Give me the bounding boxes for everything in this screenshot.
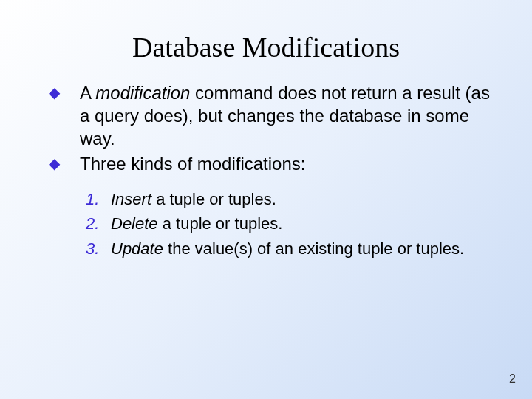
numbered-rest: the value(s) of an existing tuple or tup… [163,239,464,258]
page-number: 2 [509,372,516,386]
bullet-text-prefix: A [80,83,95,103]
slide-title: Database Modifications [0,0,532,81]
numbered-list: 1. Insert a tuple or tuples. 2. Delete a… [49,188,502,260]
numbered-italic-word: Update [111,239,163,258]
bullet-list: A modification command does not return a… [49,81,502,175]
item-number: 2. [86,213,99,235]
numbered-italic-word: Insert [111,190,151,208]
bullet-text-suffix: Three kinds of modifications: [80,154,305,174]
bullet-item: A modification command does not return a… [49,81,502,151]
item-number: 3. [86,238,99,260]
numbered-rest: a tuple or tuples. [151,190,276,208]
bullet-item: Three kinds of modifications: [49,152,502,175]
numbered-item: 2. Delete a tuple or tuples. [86,213,502,235]
bullet-italic-word: modification [95,83,190,103]
numbered-item: 1. Insert a tuple or tuples. [86,188,502,211]
item-number: 1. [86,188,99,211]
numbered-rest: a tuple or tuples. [158,214,283,233]
numbered-italic-word: Delete [111,214,158,233]
slide-content: A modification command does not return a… [0,81,532,260]
numbered-item: 3. Update the value(s) of an existing tu… [86,238,502,260]
